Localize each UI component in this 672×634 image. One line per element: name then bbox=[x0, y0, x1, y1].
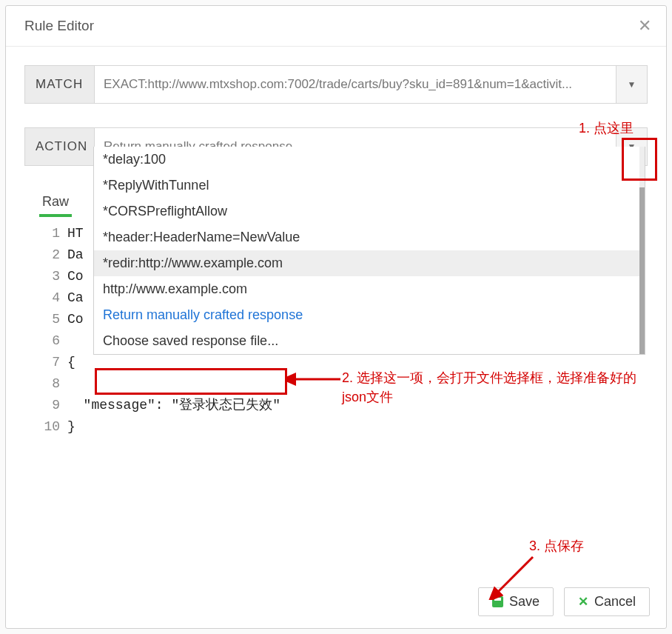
dropdown-option[interactable]: *header:HeaderName=NewValue bbox=[94, 224, 645, 250]
gutter-line: 7 bbox=[24, 352, 67, 373]
dialog-body: MATCH EXACT:http://www.mtxshop.com:7002/… bbox=[6, 47, 666, 575]
code-line: Co bbox=[67, 309, 84, 330]
gutter-line: 2 bbox=[24, 244, 67, 266]
dialog-title: Rule Editor bbox=[24, 18, 94, 34]
rule-editor-dialog: Rule Editor ✕ MATCH EXACT:http://www.mtx… bbox=[5, 5, 667, 629]
gutter-line: 4 bbox=[24, 287, 67, 309]
save-button-label: Save bbox=[509, 594, 540, 610]
dropdown-option[interactable]: *redir:http://www.example.com bbox=[94, 250, 645, 276]
action-dropdown-panel: *delay:100 *ReplyWithTunnel *CORSPreflig… bbox=[93, 147, 645, 355]
dropdown-scrollbar-thumb[interactable] bbox=[639, 187, 645, 354]
save-icon bbox=[492, 596, 503, 607]
match-input[interactable]: EXACT:http://www.mtxshop.com:7002/trade/… bbox=[95, 65, 616, 104]
dialog-header: Rule Editor ✕ bbox=[6, 6, 666, 47]
save-button[interactable]: Save bbox=[478, 587, 554, 616]
dropdown-option-choose-file[interactable]: Choose saved response file... bbox=[94, 328, 645, 354]
match-dropdown-toggle[interactable]: ▼ bbox=[616, 65, 648, 104]
close-icon[interactable]: ✕ bbox=[638, 16, 651, 36]
dropdown-option[interactable]: http://www.example.com bbox=[94, 276, 645, 302]
cancel-icon: ✕ bbox=[578, 594, 588, 610]
gutter-line: 1 bbox=[24, 223, 67, 244]
code-line: } bbox=[67, 416, 75, 438]
cancel-button[interactable]: ✕ Cancel bbox=[564, 587, 650, 616]
gutter-line: 9 bbox=[24, 395, 67, 416]
cancel-button-label: Cancel bbox=[594, 594, 636, 610]
gutter-line: 3 bbox=[24, 266, 67, 287]
gutter-line: 5 bbox=[24, 309, 67, 330]
code-line: Co bbox=[67, 266, 84, 287]
dropdown-option[interactable]: *CORSPreflightAllow bbox=[94, 198, 645, 224]
dropdown-option[interactable]: *delay:100 bbox=[94, 147, 645, 173]
dropdown-option[interactable]: *ReplyWithTunnel bbox=[94, 173, 645, 198]
gutter-line: 10 bbox=[24, 416, 67, 438]
code-line: HT bbox=[67, 223, 84, 244]
match-label: MATCH bbox=[24, 65, 95, 104]
code-line: Ca bbox=[67, 287, 84, 309]
dialog-footer: Save ✕ Cancel bbox=[6, 575, 666, 628]
tab-raw[interactable]: Raw bbox=[39, 190, 72, 217]
code-line: Da bbox=[67, 244, 84, 266]
action-label: ACTION bbox=[24, 127, 95, 166]
code-line: "message": "登录状态已失效" bbox=[67, 395, 280, 416]
dropdown-option-selected[interactable]: Return manually crafted response bbox=[94, 302, 645, 328]
dropdown-scrollbar[interactable] bbox=[639, 147, 645, 354]
code-line: { bbox=[67, 352, 75, 373]
gutter-line: 6 bbox=[24, 330, 67, 352]
match-row: MATCH EXACT:http://www.mtxshop.com:7002/… bbox=[24, 65, 648, 104]
gutter-line: 8 bbox=[24, 373, 67, 395]
